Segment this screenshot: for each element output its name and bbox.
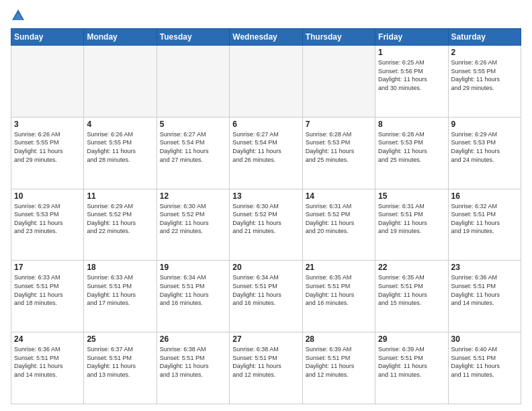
calendar-week-row: 1Sunrise: 6:25 AM Sunset: 5:56 PM Daylig… <box>11 46 521 118</box>
day-number: 12 <box>160 191 226 201</box>
calendar-cell <box>157 46 229 118</box>
day-number: 4 <box>87 120 153 129</box>
day-info: Sunrise: 6:33 AM Sunset: 5:51 PM Dayligh… <box>14 273 81 307</box>
day-info: Sunrise: 6:28 AM Sunset: 5:53 PM Dayligh… <box>306 130 372 164</box>
day-number: 20 <box>232 263 299 272</box>
day-info: Sunrise: 6:35 AM Sunset: 5:51 PM Dayligh… <box>306 273 372 307</box>
day-info: Sunrise: 6:37 AM Sunset: 5:51 PM Dayligh… <box>87 345 153 379</box>
calendar-cell: 15Sunrise: 6:31 AM Sunset: 5:51 PM Dayli… <box>375 189 448 261</box>
weekday-row: SundayMondayTuesdayWednesdayThursdayFrid… <box>11 29 521 46</box>
weekday-header: Saturday <box>448 29 521 46</box>
calendar-cell: 20Sunrise: 6:34 AM Sunset: 5:51 PM Dayli… <box>230 261 302 332</box>
calendar-cell: 24Sunrise: 6:36 AM Sunset: 5:51 PM Dayli… <box>11 332 84 404</box>
day-info: Sunrise: 6:27 AM Sunset: 5:54 PM Dayligh… <box>160 130 226 164</box>
day-number: 25 <box>87 334 153 344</box>
calendar-cell: 18Sunrise: 6:33 AM Sunset: 5:51 PM Dayli… <box>84 261 157 332</box>
day-number: 14 <box>306 191 372 201</box>
day-number: 7 <box>306 120 372 129</box>
calendar-week-row: 10Sunrise: 6:29 AM Sunset: 5:53 PM Dayli… <box>11 189 521 261</box>
calendar-cell: 1Sunrise: 6:25 AM Sunset: 5:56 PM Daylig… <box>375 46 448 118</box>
day-info: Sunrise: 6:25 AM Sunset: 5:56 PM Dayligh… <box>378 58 445 92</box>
calendar-cell: 5Sunrise: 6:27 AM Sunset: 5:54 PM Daylig… <box>157 117 229 189</box>
calendar-body: 1Sunrise: 6:25 AM Sunset: 5:56 PM Daylig… <box>11 46 521 404</box>
calendar-page: SundayMondayTuesdayWednesdayThursdayFrid… <box>0 0 532 411</box>
day-number: 29 <box>378 334 445 344</box>
calendar-cell: 11Sunrise: 6:29 AM Sunset: 5:52 PM Dayli… <box>84 189 157 261</box>
calendar-cell: 26Sunrise: 6:38 AM Sunset: 5:51 PM Dayli… <box>157 332 229 404</box>
day-number: 27 <box>232 334 299 344</box>
calendar-cell <box>84 46 157 118</box>
day-number: 1 <box>378 48 445 57</box>
day-info: Sunrise: 6:40 AM Sunset: 5:51 PM Dayligh… <box>451 345 518 379</box>
day-info: Sunrise: 6:30 AM Sunset: 5:52 PM Dayligh… <box>160 202 226 236</box>
day-info: Sunrise: 6:29 AM Sunset: 5:52 PM Dayligh… <box>87 202 153 236</box>
day-number: 22 <box>378 263 445 272</box>
day-info: Sunrise: 6:29 AM Sunset: 5:53 PM Dayligh… <box>451 130 518 164</box>
day-number: 6 <box>232 120 299 129</box>
calendar-week-row: 24Sunrise: 6:36 AM Sunset: 5:51 PM Dayli… <box>11 332 521 404</box>
day-info: Sunrise: 6:36 AM Sunset: 5:51 PM Dayligh… <box>14 345 81 379</box>
calendar-cell: 28Sunrise: 6:39 AM Sunset: 5:51 PM Dayli… <box>302 332 375 404</box>
calendar-table: SundayMondayTuesdayWednesdayThursdayFrid… <box>11 28 521 404</box>
day-info: Sunrise: 6:26 AM Sunset: 5:55 PM Dayligh… <box>87 130 153 164</box>
day-number: 9 <box>451 120 518 129</box>
day-number: 15 <box>378 191 445 201</box>
day-number: 18 <box>87 263 153 272</box>
calendar-cell: 29Sunrise: 6:39 AM Sunset: 5:51 PM Dayli… <box>375 332 448 404</box>
day-info: Sunrise: 6:34 AM Sunset: 5:51 PM Dayligh… <box>232 273 299 307</box>
calendar-cell: 25Sunrise: 6:37 AM Sunset: 5:51 PM Dayli… <box>84 332 157 404</box>
calendar-cell: 21Sunrise: 6:35 AM Sunset: 5:51 PM Dayli… <box>302 261 375 332</box>
calendar-cell: 13Sunrise: 6:30 AM Sunset: 5:52 PM Dayli… <box>230 189 302 261</box>
day-info: Sunrise: 6:38 AM Sunset: 5:51 PM Dayligh… <box>160 345 226 379</box>
day-number: 11 <box>87 191 153 201</box>
weekday-header: Wednesday <box>230 29 302 46</box>
day-info: Sunrise: 6:27 AM Sunset: 5:54 PM Dayligh… <box>232 130 299 164</box>
calendar-cell <box>302 46 375 118</box>
calendar-week-row: 3Sunrise: 6:26 AM Sunset: 5:55 PM Daylig… <box>11 117 521 189</box>
calendar-week-row: 17Sunrise: 6:33 AM Sunset: 5:51 PM Dayli… <box>11 261 521 332</box>
calendar-cell: 12Sunrise: 6:30 AM Sunset: 5:52 PM Dayli… <box>157 189 229 261</box>
day-info: Sunrise: 6:36 AM Sunset: 5:51 PM Dayligh… <box>451 273 518 307</box>
calendar-cell: 7Sunrise: 6:28 AM Sunset: 5:53 PM Daylig… <box>302 117 375 189</box>
calendar-cell: 6Sunrise: 6:27 AM Sunset: 5:54 PM Daylig… <box>230 117 302 189</box>
calendar-cell: 9Sunrise: 6:29 AM Sunset: 5:53 PM Daylig… <box>448 117 521 189</box>
day-number: 24 <box>14 334 81 344</box>
day-number: 2 <box>451 48 518 57</box>
day-info: Sunrise: 6:34 AM Sunset: 5:51 PM Dayligh… <box>160 273 226 307</box>
day-info: Sunrise: 6:26 AM Sunset: 5:55 PM Dayligh… <box>451 58 518 92</box>
weekday-header: Monday <box>84 29 157 46</box>
calendar-cell: 10Sunrise: 6:29 AM Sunset: 5:53 PM Dayli… <box>11 189 84 261</box>
day-number: 10 <box>14 191 81 201</box>
calendar-cell: 16Sunrise: 6:32 AM Sunset: 5:51 PM Dayli… <box>448 189 521 261</box>
day-info: Sunrise: 6:35 AM Sunset: 5:51 PM Dayligh… <box>378 273 445 307</box>
calendar-cell: 8Sunrise: 6:28 AM Sunset: 5:53 PM Daylig… <box>375 117 448 189</box>
calendar-cell: 4Sunrise: 6:26 AM Sunset: 5:55 PM Daylig… <box>84 117 157 189</box>
calendar-cell: 22Sunrise: 6:35 AM Sunset: 5:51 PM Dayli… <box>375 261 448 332</box>
day-number: 13 <box>232 191 299 201</box>
calendar-cell: 30Sunrise: 6:40 AM Sunset: 5:51 PM Dayli… <box>448 332 521 404</box>
day-info: Sunrise: 6:33 AM Sunset: 5:51 PM Dayligh… <box>87 273 153 307</box>
calendar-cell <box>230 46 302 118</box>
day-info: Sunrise: 6:29 AM Sunset: 5:53 PM Dayligh… <box>14 202 81 236</box>
day-number: 28 <box>306 334 372 344</box>
day-info: Sunrise: 6:26 AM Sunset: 5:55 PM Dayligh… <box>14 130 81 164</box>
logo-icon <box>11 8 26 23</box>
day-info: Sunrise: 6:39 AM Sunset: 5:51 PM Dayligh… <box>306 345 372 379</box>
weekday-header: Thursday <box>302 29 375 46</box>
calendar-cell <box>11 46 84 118</box>
day-info: Sunrise: 6:30 AM Sunset: 5:52 PM Dayligh… <box>232 202 299 236</box>
calendar-cell: 19Sunrise: 6:34 AM Sunset: 5:51 PM Dayli… <box>157 261 229 332</box>
day-number: 16 <box>451 191 518 201</box>
calendar-cell: 2Sunrise: 6:26 AM Sunset: 5:55 PM Daylig… <box>448 46 521 118</box>
day-number: 8 <box>378 120 445 129</box>
calendar-cell: 14Sunrise: 6:31 AM Sunset: 5:52 PM Dayli… <box>302 189 375 261</box>
weekday-header: Friday <box>375 29 448 46</box>
day-number: 5 <box>160 120 226 129</box>
day-number: 23 <box>451 263 518 272</box>
day-info: Sunrise: 6:31 AM Sunset: 5:51 PM Dayligh… <box>378 202 445 236</box>
header-row <box>11 8 521 23</box>
day-info: Sunrise: 6:28 AM Sunset: 5:53 PM Dayligh… <box>378 130 445 164</box>
day-info: Sunrise: 6:38 AM Sunset: 5:51 PM Dayligh… <box>232 345 299 379</box>
day-number: 3 <box>14 120 81 129</box>
weekday-header: Sunday <box>11 29 84 46</box>
